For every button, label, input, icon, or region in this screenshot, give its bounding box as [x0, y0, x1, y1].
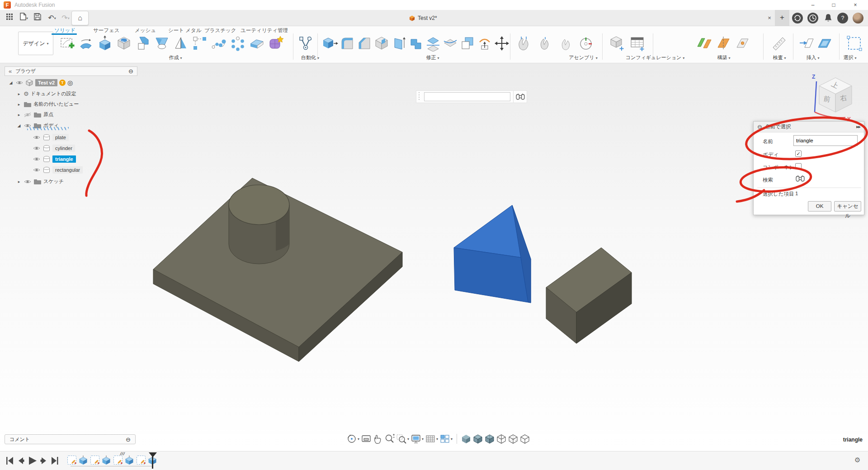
insert-derive-icon[interactable]	[798, 35, 815, 52]
body-rectangular[interactable]	[546, 248, 632, 343]
body-label-selected[interactable]: triangle	[52, 155, 76, 163]
press-pull-icon[interactable]	[322, 35, 338, 52]
timeline-sketch-feature[interactable]	[136, 455, 146, 465]
visibility-off-eye-icon[interactable]	[24, 112, 32, 118]
timeline-sketch-feature[interactable]	[67, 455, 77, 465]
construction-plane-icon[interactable]	[696, 35, 712, 52]
group-automate[interactable]: 自動化 ▾	[301, 54, 319, 61]
hole-icon[interactable]	[116, 35, 132, 52]
dialog-minimize-icon[interactable]: ⊖	[757, 123, 762, 130]
view-cube[interactable]: 上 前 右 Z X	[806, 71, 865, 122]
draft-icon[interactable]	[391, 35, 407, 52]
cancel-button[interactable]: キャンセル	[834, 201, 861, 212]
tree-row-body-plate[interactable]: plate	[33, 132, 69, 142]
maximize-button[interactable]: □	[825, 0, 843, 10]
browser-header[interactable]: « ブラウザ ⊖	[5, 66, 137, 76]
split-body-icon[interactable]	[459, 35, 476, 52]
app-grid-icon[interactable]	[5, 13, 14, 24]
visibility-eye-icon[interactable]	[33, 156, 41, 162]
visibility-eye-icon[interactable]	[24, 179, 32, 184]
body-label[interactable]: plate	[52, 134, 69, 141]
name-input[interactable]	[793, 135, 858, 146]
step-forward-button[interactable]	[41, 457, 47, 464]
visual-style-wireframe-hidden-icon[interactable]	[508, 433, 519, 444]
collapse-arrow-icon[interactable]: ▸	[16, 92, 22, 96]
construction-axis-icon[interactable]	[715, 35, 731, 52]
timeline-position-marker[interactable]	[152, 453, 153, 469]
shell-icon[interactable]	[373, 35, 390, 52]
orbit-icon[interactable]	[346, 433, 357, 444]
minimize-button[interactable]: –	[804, 0, 822, 10]
volumetric-lattice-icon[interactable]	[268, 35, 284, 52]
collapse-arrow-icon[interactable]: ▸	[16, 113, 22, 117]
automate-icon[interactable]	[297, 35, 314, 52]
insert-canvas-icon[interactable]	[816, 35, 833, 52]
visibility-eye-icon[interactable]	[33, 146, 41, 151]
tree-row-named-views[interactable]: ▸ 名前の付いたビュー	[16, 99, 79, 109]
new-tab-button[interactable]: +	[775, 10, 789, 26]
play-button[interactable]	[29, 457, 37, 465]
replace-face-icon[interactable]	[425, 35, 441, 52]
visual-style-shaded-hidden-icon[interactable]	[484, 433, 495, 444]
timeline-sketch-feature[interactable]	[113, 455, 123, 465]
split-face-icon[interactable]	[442, 35, 458, 52]
collapse-arrow-icon[interactable]: ▸	[16, 102, 22, 107]
undo-button[interactable]: ↶▾	[45, 13, 59, 24]
job-status-icon[interactable]	[792, 13, 803, 24]
dialog-header[interactable]: ⊖ 名前で選択 ▶▶	[754, 122, 864, 132]
sweep-icon[interactable]	[135, 35, 151, 52]
ok-button[interactable]: OK	[808, 201, 831, 212]
tree-item-label[interactable]: 原点	[43, 111, 53, 118]
tree-item-label[interactable]: 名前の付いたビュー	[33, 101, 79, 108]
visual-style-shaded-edges-icon[interactable]	[472, 433, 483, 444]
tree-row-origin[interactable]: ▸ 原点	[16, 110, 53, 119]
comment-bar[interactable]: コメント ⊖	[5, 434, 136, 444]
group-configuration[interactable]: コンフィギュレーション ▾	[626, 54, 685, 61]
save-button[interactable]	[33, 13, 42, 24]
step-back-button[interactable]	[19, 457, 24, 464]
loft-icon[interactable]	[154, 35, 170, 52]
redo-button[interactable]: ↷▾	[59, 13, 72, 24]
visibility-eye-icon[interactable]	[33, 135, 41, 140]
timeline-extrude-feature[interactable]	[101, 455, 111, 465]
construction-point-icon[interactable]	[734, 35, 750, 52]
pan-icon[interactable]	[373, 433, 383, 444]
visibility-eye-icon[interactable]	[33, 167, 41, 173]
move-copy-icon[interactable]	[494, 35, 510, 52]
configure-icon[interactable]	[609, 35, 626, 52]
tab-mesh[interactable]: メッシュ	[135, 27, 156, 34]
root-document-label[interactable]: Test v2	[35, 79, 57, 86]
group-insert[interactable]: 挿入 ▾	[806, 54, 819, 61]
revolve-icon[interactable]	[78, 35, 94, 52]
grid-snap-icon[interactable]	[425, 433, 436, 444]
user-avatar[interactable]	[853, 13, 863, 24]
component-checkbox[interactable]	[795, 163, 802, 169]
tab-manage[interactable]: 管理	[278, 27, 288, 34]
visual-style-wireframe-visible-icon[interactable]	[519, 433, 530, 444]
configuration-table-icon[interactable]	[629, 35, 646, 52]
extrude-icon[interactable]	[97, 35, 113, 52]
expand-arrow-icon[interactable]: ◢	[8, 80, 14, 85]
visual-style-shaded-icon[interactable]	[461, 433, 472, 444]
body-checkbox[interactable]: ✓	[795, 150, 802, 157]
minimize-panel-icon[interactable]: ⊖	[128, 68, 133, 75]
collapse-arrow-icon[interactable]: ▸	[16, 179, 22, 184]
group-construct[interactable]: 構築 ▾	[717, 54, 730, 61]
select-icon[interactable]	[846, 35, 863, 52]
tree-item-label[interactable]: スケッチ	[43, 178, 64, 185]
body-triangle[interactable]	[454, 205, 531, 303]
help-icon[interactable]: ?	[837, 13, 848, 24]
viewports-icon[interactable]	[439, 433, 450, 444]
tree-row-body-cylinder[interactable]: cylinder	[33, 143, 75, 153]
motion-link-icon[interactable]	[578, 35, 594, 52]
dialog-expand-icon[interactable]: ▶▶	[856, 125, 860, 129]
tab-utilities[interactable]: ユーティリティ	[241, 27, 278, 34]
chamfer-icon[interactable]	[356, 35, 373, 52]
file-menu-button[interactable]: ▾	[17, 13, 31, 24]
joint-icon[interactable]	[536, 35, 552, 52]
notifications-bell-icon[interactable]	[823, 13, 834, 24]
zoom-window-icon[interactable]	[396, 433, 407, 444]
tree-row-sketches[interactable]: ▸ スケッチ	[16, 177, 64, 186]
look-at-icon[interactable]	[361, 433, 372, 444]
group-inspect[interactable]: 検査 ▾	[773, 54, 786, 61]
